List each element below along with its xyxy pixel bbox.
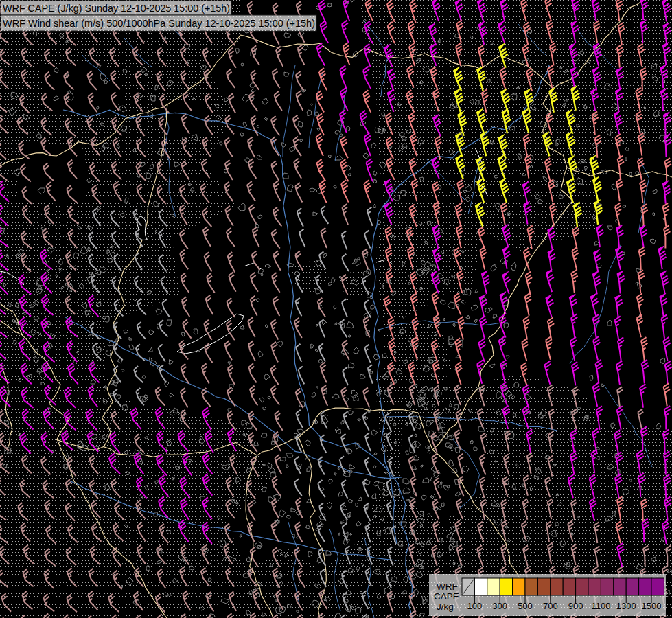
svg-text:WRF CAPE (J/kg) Sunday 12-10-2: WRF CAPE (J/kg) Sunday 12-10-2025 15:00 … <box>3 3 230 14</box>
svg-text:J/kg: J/kg <box>437 602 454 612</box>
svg-text:1500: 1500 <box>642 601 662 611</box>
svg-text:1100: 1100 <box>591 601 610 611</box>
svg-text:1300: 1300 <box>616 601 636 611</box>
svg-text:WRF Wind shear (m/s) 500/1000h: WRF Wind shear (m/s) 500/1000hPa Sunday … <box>3 18 315 29</box>
svg-text:WRF: WRF <box>437 582 458 592</box>
svg-text:300: 300 <box>492 601 507 611</box>
svg-text:100: 100 <box>467 601 483 611</box>
svg-text:CAPE: CAPE <box>434 591 459 602</box>
svg-text:500: 500 <box>518 601 533 611</box>
svg-text:700: 700 <box>543 601 558 611</box>
svg-text:900: 900 <box>568 601 583 611</box>
